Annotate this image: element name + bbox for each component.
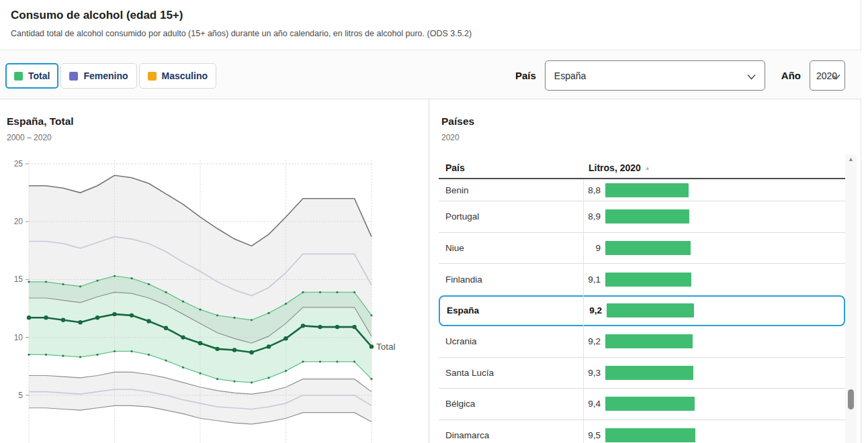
series-toggle-label: Total bbox=[28, 70, 50, 81]
scrollbar-thumb[interactable] bbox=[848, 389, 854, 409]
ci-point bbox=[79, 285, 81, 287]
column-header-litros[interactable]: Litros, 2020▲ bbox=[589, 162, 650, 173]
ci-point bbox=[216, 378, 218, 380]
ci-point bbox=[199, 372, 201, 374]
table-row[interactable]: Ucrania9,2 bbox=[439, 326, 845, 358]
table-row[interactable]: Benin8,8 bbox=[439, 179, 845, 201]
litros-value: 9,2 bbox=[584, 305, 602, 315]
filter-selectors: País España Año 2020 bbox=[515, 60, 845, 91]
table-row[interactable]: Dinamarca9,5 bbox=[439, 420, 845, 443]
ci-point bbox=[233, 381, 235, 383]
value-bar bbox=[605, 209, 689, 224]
series-toggle-label: Femenino bbox=[83, 70, 128, 81]
series-toggle-masculino[interactable]: Masculino bbox=[139, 63, 216, 89]
year-select[interactable]: 2020 bbox=[810, 60, 845, 91]
country-table: Benin8,8Portugal8,9Niue9Finlandia9,1Espa… bbox=[439, 179, 845, 443]
line-chart[interactable]: 510152025Total bbox=[0, 158, 427, 443]
total-point bbox=[181, 335, 185, 339]
litros-value: 9,3 bbox=[583, 368, 601, 378]
country-name: Dinamarca bbox=[439, 430, 583, 440]
scroll-up-arrow[interactable]: ▲ bbox=[845, 156, 857, 162]
ci-point bbox=[285, 370, 287, 372]
chevron-down-icon bbox=[832, 74, 840, 80]
total-point bbox=[130, 313, 134, 317]
chevron-down-icon bbox=[747, 74, 756, 80]
total-point bbox=[61, 318, 65, 322]
total-point bbox=[164, 326, 168, 330]
ci-point bbox=[251, 319, 253, 321]
series-toggle-total[interactable]: Total bbox=[5, 63, 58, 89]
year-select-label: Año bbox=[781, 70, 801, 81]
ci-point bbox=[353, 360, 355, 362]
ci-point bbox=[336, 291, 338, 293]
ci-point bbox=[182, 366, 184, 368]
total-point bbox=[352, 325, 356, 329]
y-axis-label: 5 bbox=[18, 391, 23, 400]
ci-point bbox=[370, 314, 372, 316]
page-subtitle: Cantidad total de alcohol consumido por … bbox=[11, 29, 472, 38]
table-column-divider bbox=[583, 179, 584, 443]
chart-panel: España, Total 2000 – 2020 510152025Total bbox=[0, 99, 429, 443]
controls-bar: Total Femenino Masculino País España Año… bbox=[0, 51, 861, 99]
total-point bbox=[232, 348, 236, 352]
table-row[interactable]: Bélgica9,4 bbox=[439, 389, 845, 420]
total-line-end-label: Total bbox=[376, 342, 396, 352]
ci-point bbox=[79, 356, 81, 358]
ci-point bbox=[233, 317, 235, 319]
litros-value: 9,5 bbox=[583, 430, 601, 440]
ci-point bbox=[285, 303, 287, 305]
ci-point bbox=[28, 354, 30, 356]
chart-title: España, Total bbox=[7, 115, 74, 128]
table-scrollbar[interactable]: ▲ bbox=[845, 154, 857, 443]
table-row[interactable]: Santa Lucía9,3 bbox=[439, 358, 845, 389]
ci-point bbox=[302, 360, 304, 362]
y-axis-label: 25 bbox=[14, 159, 24, 168]
table-row[interactable]: Niue9 bbox=[439, 233, 845, 264]
total-point bbox=[112, 312, 116, 316]
country-name: Santa Lucía bbox=[439, 368, 583, 378]
sort-ascending-icon: ▲ bbox=[645, 165, 650, 171]
ci-point bbox=[267, 377, 269, 379]
value-bar bbox=[607, 303, 694, 317]
value-bar bbox=[605, 428, 695, 442]
country-name: España bbox=[440, 305, 584, 315]
ci-point bbox=[96, 280, 98, 282]
table-row[interactable]: Finlandia9,1 bbox=[439, 264, 845, 295]
total-point bbox=[198, 341, 202, 345]
page-header: Consumo de alcohol (edad 15+) Cantidad t… bbox=[0, 0, 861, 50]
ci-point bbox=[199, 309, 201, 311]
total-point bbox=[370, 344, 374, 348]
value-bar bbox=[605, 334, 693, 348]
country-select[interactable]: España bbox=[545, 60, 765, 91]
ci-point bbox=[62, 283, 64, 285]
total-point bbox=[284, 336, 288, 340]
ci-point bbox=[216, 314, 218, 316]
ci-point bbox=[165, 291, 167, 293]
ci-point bbox=[165, 359, 167, 361]
total-point bbox=[267, 344, 271, 348]
ci-point bbox=[353, 291, 355, 293]
total-point bbox=[335, 325, 339, 329]
ci-point bbox=[319, 360, 321, 362]
column-header-country[interactable]: País bbox=[445, 162, 465, 173]
series-color-swatch-femenino bbox=[69, 72, 78, 81]
total-point bbox=[44, 315, 48, 319]
country-select-value: España bbox=[554, 70, 586, 81]
series-toggle-label: Masculino bbox=[162, 70, 208, 81]
table-row-selected[interactable]: España9,2 bbox=[439, 295, 845, 327]
countries-subtitle: 2020 bbox=[441, 133, 460, 142]
app-root: Consumo de alcohol (edad 15+) Cantidad t… bbox=[0, 0, 868, 443]
series-toggle-femenino[interactable]: Femenino bbox=[60, 63, 136, 89]
country-name: Niue bbox=[439, 243, 583, 253]
ci-point bbox=[319, 291, 321, 293]
y-axis-label: 10 bbox=[14, 333, 24, 342]
femenino-ci-band bbox=[29, 372, 372, 424]
value-bar bbox=[605, 366, 693, 380]
total-point bbox=[146, 319, 150, 323]
ci-point bbox=[130, 277, 132, 279]
country-name: Benin bbox=[439, 185, 583, 195]
litros-value: 9,2 bbox=[583, 336, 601, 346]
y-axis-label: 15 bbox=[14, 275, 24, 284]
ci-point bbox=[148, 283, 150, 285]
table-row[interactable]: Portugal8,9 bbox=[439, 201, 845, 233]
